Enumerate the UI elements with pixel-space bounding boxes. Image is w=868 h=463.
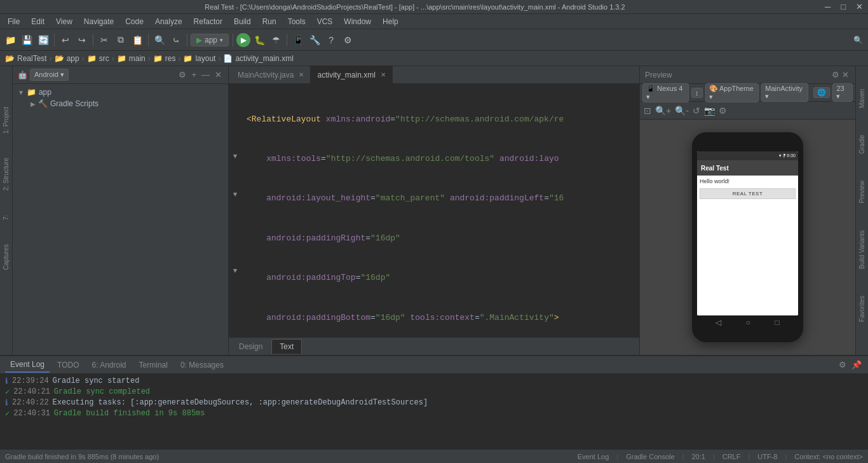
menu-file[interactable]: File	[3, 16, 25, 27]
menu-vcs[interactable]: VCS	[312, 16, 338, 27]
tab-activity-main-xml[interactable]: activity_main.xml ✕	[311, 66, 392, 84]
tab-build-variants[interactable]: Build Variants	[857, 226, 867, 273]
breadcrumb-src[interactable]: src	[99, 54, 109, 63]
activity-selector[interactable]: MainActivity ▾	[761, 83, 808, 102]
menu-run[interactable]: Run	[257, 16, 281, 27]
breadcrumb-activity-xml[interactable]: activity_main.xml	[235, 54, 293, 63]
app-selector-button[interactable]: ▶ app ▾	[191, 34, 229, 46]
breadcrumb-main[interactable]: main	[129, 54, 146, 63]
screenshot-btn[interactable]: 📷	[703, 104, 716, 117]
context-info: Context: <no context>	[794, 453, 863, 460]
preview-settings-gear[interactable]: ⚙	[717, 104, 728, 117]
menu-edit[interactable]: Edit	[26, 16, 50, 27]
terminal-tab[interactable]: Terminal	[134, 358, 173, 372]
toolbar-redo-btn[interactable]: ↪	[74, 32, 90, 48]
toolbar-copy-btn[interactable]: ⧉	[113, 32, 128, 48]
debug-button[interactable]: 🐛	[252, 32, 267, 48]
log-time-3: 22:40:22	[12, 398, 49, 407]
bottom-settings-btn[interactable]: ⚙	[837, 359, 848, 371]
tab-1-project[interactable]: 1: Project	[1, 104, 11, 136]
screen-orientation-btn[interactable]: ↕	[691, 88, 703, 98]
coverage-button[interactable]: ☂	[268, 32, 283, 48]
minimize-button[interactable]: ─	[825, 2, 831, 11]
code-content[interactable]: <RelativeLayout xmlns:android="http://sc…	[241, 86, 639, 337]
refresh-btn[interactable]: ↺	[691, 104, 702, 117]
log-entry-3: ℹ 22:40:22 Executing tasks: [:app:genera…	[5, 398, 863, 408]
toolbar-open-btn[interactable]: 📁	[3, 32, 18, 48]
android-icon: 🤖	[18, 71, 27, 79]
zoom-in-btn[interactable]: 🔍+	[654, 104, 672, 117]
tab-java-close[interactable]: ✕	[299, 71, 304, 78]
tree-item-app[interactable]: ▼ 📁 app	[13, 86, 228, 98]
device-selector[interactable]: 📱 Nexus 4 ▾	[642, 83, 689, 102]
toolbar-cut-btn[interactable]: ✂	[97, 32, 112, 48]
toolbar-replace-btn[interactable]: ⤿	[168, 32, 184, 48]
preview-header: Preview ⚙ ✕	[640, 66, 855, 84]
menu-tools[interactable]: Tools	[283, 16, 311, 27]
toolbar-find-btn[interactable]: 🔍	[152, 32, 167, 48]
toolbar-paste-btn[interactable]: 📋	[130, 32, 145, 48]
android-tab[interactable]: 6: Android	[87, 358, 132, 372]
log-entry-1: ℹ 22:39:24 Gradle sync started	[5, 377, 863, 386]
tab-preview[interactable]: Preview	[857, 177, 867, 207]
editor-main-row: 1: Project 2: Structure 7: Captures 🤖 An…	[0, 66, 868, 355]
tab-2-structure[interactable]: 2: Structure	[1, 155, 11, 193]
todo-tab[interactable]: TODO	[52, 358, 84, 372]
text-tab[interactable]: Text	[271, 339, 302, 354]
line-separator[interactable]: CRLF	[722, 453, 741, 460]
panel-expand-btn[interactable]: +	[190, 69, 198, 81]
menu-refactor[interactable]: Refactor	[189, 16, 227, 27]
breadcrumb-realtest[interactable]: RealTest	[17, 54, 47, 63]
event-log-tab[interactable]: Event Log	[5, 357, 50, 373]
preview-close-btn[interactable]: ✕	[841, 69, 850, 81]
menu-help[interactable]: Help	[377, 16, 403, 27]
menu-view[interactable]: View	[51, 16, 78, 27]
menu-code[interactable]: Code	[120, 16, 149, 27]
menu-analyze[interactable]: Analyze	[150, 16, 187, 27]
tab-gradle[interactable]: Gradle	[857, 131, 867, 158]
panel-close-btn[interactable]: ✕	[214, 69, 223, 81]
preview-zoom-controls: ⊡ 🔍+ 🔍- ↺ 📷 ⚙	[640, 102, 855, 120]
help-button[interactable]: ?	[323, 32, 339, 48]
tab-maven[interactable]: Maven	[857, 85, 867, 112]
maximize-button[interactable]: □	[841, 2, 846, 11]
editor-content[interactable]: ▼ ▼ ▼	[229, 84, 639, 337]
menu-navigate[interactable]: Navigate	[79, 16, 119, 27]
tab-captures[interactable]: Captures	[1, 242, 11, 273]
tab-7[interactable]: 7:	[1, 212, 11, 223]
close-button[interactable]: ✕	[856, 2, 863, 11]
panel-collapse-btn[interactable]: —	[200, 69, 211, 81]
gradle-console-link[interactable]: Gradle Console	[626, 453, 674, 460]
messages-tab[interactable]: 0: Messages	[175, 358, 229, 372]
panel-settings-btn[interactable]: ⚙	[177, 69, 187, 81]
avd-button[interactable]: 📱	[290, 32, 306, 48]
theme-selector[interactable]: 🎨 AppTheme ▾	[705, 83, 759, 102]
sdk-button[interactable]: 🔧	[307, 32, 322, 48]
tree-item-gradle-scripts[interactable]: ▶ 🔨 Gradle Scripts	[13, 98, 228, 109]
tab-xml-close[interactable]: ✕	[381, 71, 386, 78]
menu-window[interactable]: Window	[339, 16, 376, 27]
api-selector[interactable]: 23 ▾	[832, 83, 853, 102]
zoom-out-btn[interactable]: 🔍-	[674, 104, 690, 117]
search-everywhere-btn[interactable]: 🔍	[850, 32, 865, 48]
toolbar-sync-btn[interactable]: 🔄	[36, 32, 51, 48]
project-view-dropdown[interactable]: Android ▾	[30, 69, 69, 81]
breadcrumb-app[interactable]: app	[67, 54, 79, 63]
design-tab[interactable]: Design	[231, 340, 270, 354]
locale-selector[interactable]: 🌐	[813, 87, 830, 98]
menu-build[interactable]: Build	[229, 16, 256, 27]
encoding[interactable]: UTF-8	[757, 453, 777, 460]
dev-services-btn[interactable]: ⚙	[340, 32, 355, 48]
toolbar-undo-btn[interactable]: ↩	[58, 32, 73, 48]
event-log-link[interactable]: Event Log	[578, 453, 609, 460]
bottom-pin-btn[interactable]: 📌	[850, 359, 863, 371]
breadcrumb-layout[interactable]: layout	[195, 54, 215, 63]
preview-settings-btn[interactable]: ⚙	[831, 69, 841, 81]
tab-main-activity-java[interactable]: MainActivity.java ✕	[231, 66, 311, 84]
run-button[interactable]: ▶	[236, 33, 250, 47]
code-line-5: android:paddingTop="16dp"	[247, 272, 634, 285]
toolbar-save-btn[interactable]: 💾	[19, 32, 34, 48]
breadcrumb-res[interactable]: res	[165, 54, 176, 63]
tab-favorites[interactable]: Favorites	[857, 292, 867, 326]
fit-to-screen-btn[interactable]: ⊡	[642, 104, 653, 117]
